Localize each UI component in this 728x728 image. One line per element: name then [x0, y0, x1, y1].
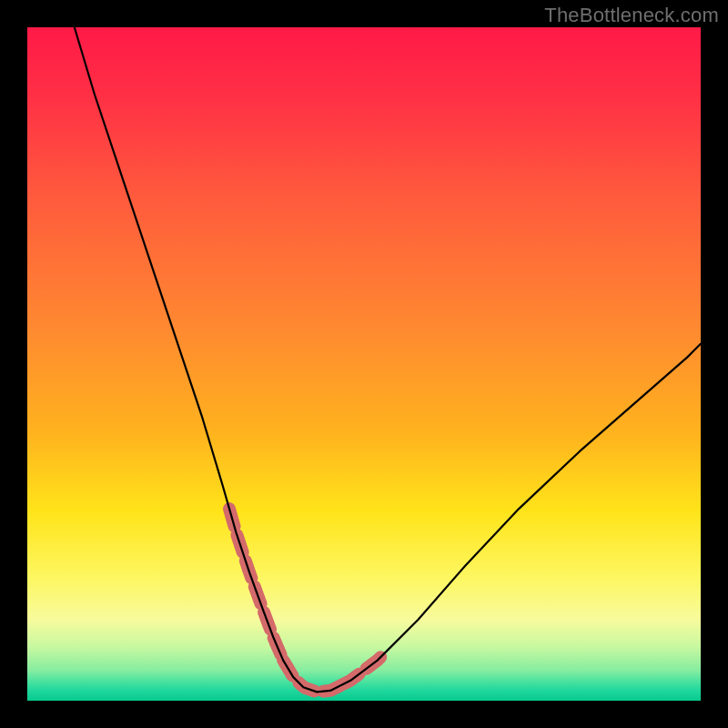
highlight-left: [229, 509, 283, 661]
curve-svg: [27, 27, 701, 701]
watermark-text: TheBottleneck.com: [544, 4, 719, 27]
plot-area: [27, 27, 701, 701]
bottleneck-curve: [75, 27, 701, 692]
chart-stage: TheBottleneck.com: [0, 0, 728, 728]
